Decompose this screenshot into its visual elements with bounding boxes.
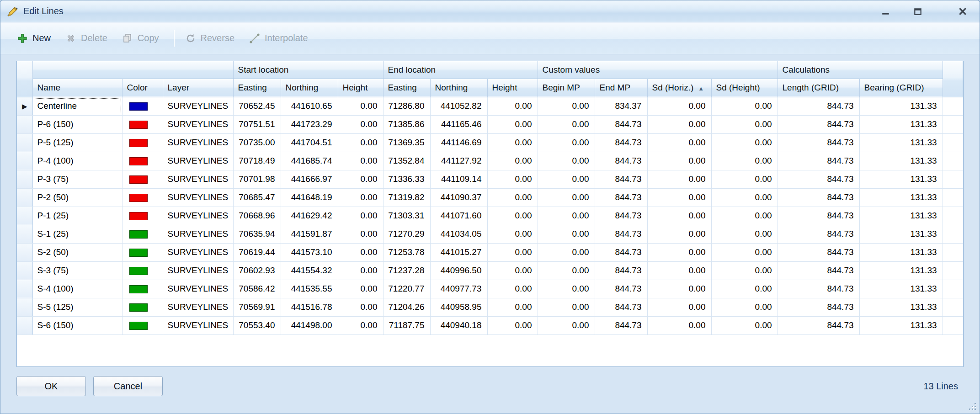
- cell-start-height[interactable]: 0.00: [338, 298, 383, 316]
- cell-start-easting[interactable]: 70718.49: [233, 152, 281, 170]
- cell-end-easting[interactable]: 71270.29: [383, 225, 430, 243]
- color-cell[interactable]: [122, 316, 163, 334]
- cell-sd-height[interactable]: 0.00: [711, 261, 778, 280]
- color-cell[interactable]: [122, 298, 163, 316]
- cell-length-grid[interactable]: 844.73: [778, 298, 859, 316]
- maximize-button[interactable]: [909, 4, 927, 19]
- cell-begin-mp[interactable]: 0.00: [538, 97, 595, 115]
- layer-cell[interactable]: SURVEYLINES: [163, 115, 233, 133]
- cell-sd-horiz[interactable]: 0.00: [647, 316, 711, 334]
- cell-start-northing[interactable]: 441629.42: [281, 207, 338, 225]
- cell-sd-horiz[interactable]: 0.00: [647, 152, 711, 170]
- column-header-length-grid[interactable]: Length (GRID): [778, 79, 859, 97]
- cell-begin-mp[interactable]: 0.00: [538, 243, 595, 261]
- cell-sd-horiz[interactable]: 0.00: [647, 225, 711, 243]
- row-indicator-cell[interactable]: [17, 207, 32, 225]
- cell-bearing-grid[interactable]: 131.33: [859, 115, 943, 133]
- name-cell[interactable]: P-2 (50): [32, 188, 122, 207]
- cell-end-height[interactable]: 0.00: [487, 207, 538, 225]
- cell-end-easting[interactable]: 71319.82: [383, 188, 430, 207]
- cell-sd-height[interactable]: 0.00: [711, 115, 778, 133]
- cell-start-height[interactable]: 0.00: [338, 243, 383, 261]
- cell-end-mp[interactable]: 844.73: [595, 298, 647, 316]
- cancel-button[interactable]: Cancel: [93, 376, 163, 396]
- cell-start-northing[interactable]: 441554.32: [281, 261, 338, 280]
- name-cell[interactable]: S-2 (50): [32, 243, 122, 261]
- cell-length-grid[interactable]: 844.73: [778, 97, 859, 115]
- row-indicator-cell[interactable]: [17, 115, 32, 133]
- column-header-start-height[interactable]: Height: [338, 79, 383, 97]
- cell-start-height[interactable]: 0.00: [338, 133, 383, 152]
- cell-length-grid[interactable]: 844.73: [778, 133, 859, 152]
- cell-start-easting[interactable]: 70701.98: [233, 170, 281, 188]
- layer-cell[interactable]: SURVEYLINES: [163, 280, 233, 298]
- cell-length-grid[interactable]: 844.73: [778, 207, 859, 225]
- cell-bearing-grid[interactable]: 131.33: [859, 280, 943, 298]
- column-header-sd-height[interactable]: Sd (Height): [711, 79, 778, 97]
- cell-sd-height[interactable]: 0.00: [711, 316, 778, 334]
- color-cell[interactable]: [122, 188, 163, 207]
- layer-cell[interactable]: SURVEYLINES: [163, 133, 233, 152]
- cell-end-northing[interactable]: 441015.27: [430, 243, 487, 261]
- cell-start-easting[interactable]: 70668.96: [233, 207, 281, 225]
- cell-end-height[interactable]: 0.00: [487, 152, 538, 170]
- cell-begin-mp[interactable]: 0.00: [538, 316, 595, 334]
- cell-sd-height[interactable]: 0.00: [711, 298, 778, 316]
- cell-bearing-grid[interactable]: 131.33: [859, 170, 943, 188]
- cell-sd-horiz[interactable]: 0.00: [647, 261, 711, 280]
- cell-bearing-grid[interactable]: 131.33: [859, 133, 943, 152]
- cell-begin-mp[interactable]: 0.00: [538, 225, 595, 243]
- column-header-end-height[interactable]: Height: [487, 79, 538, 97]
- cell-length-grid[interactable]: 844.73: [778, 188, 859, 207]
- cell-start-easting[interactable]: 70553.40: [233, 316, 281, 334]
- color-cell[interactable]: [122, 261, 163, 280]
- column-header-start-easting[interactable]: Easting: [233, 79, 281, 97]
- cell-start-northing[interactable]: 441516.78: [281, 298, 338, 316]
- minimize-button[interactable]: [877, 4, 895, 19]
- name-cell[interactable]: S-1 (25): [32, 225, 122, 243]
- row-indicator-cell[interactable]: ▶: [17, 97, 32, 115]
- row-indicator-cell[interactable]: [17, 188, 32, 207]
- cell-end-mp[interactable]: 844.73: [595, 133, 647, 152]
- cell-end-easting[interactable]: 71187.75: [383, 316, 430, 334]
- cell-sd-height[interactable]: 0.00: [711, 188, 778, 207]
- cell-start-height[interactable]: 0.00: [338, 316, 383, 334]
- cell-start-northing[interactable]: 441610.65: [281, 97, 338, 115]
- cell-end-mp[interactable]: 844.73: [595, 170, 647, 188]
- cell-sd-horiz[interactable]: 0.00: [647, 97, 711, 115]
- name-cell[interactable]: P-6 (150): [32, 115, 122, 133]
- row-indicator-cell[interactable]: [17, 243, 32, 261]
- name-cell[interactable]: Centerline: [32, 97, 122, 115]
- cell-length-grid[interactable]: 844.73: [778, 170, 859, 188]
- cell-sd-height[interactable]: 0.00: [711, 133, 778, 152]
- cell-bearing-grid[interactable]: 131.33: [859, 261, 943, 280]
- cell-end-northing[interactable]: 441127.92: [430, 152, 487, 170]
- cell-end-easting[interactable]: 71253.78: [383, 243, 430, 261]
- cell-end-mp[interactable]: 844.73: [595, 207, 647, 225]
- cell-end-mp[interactable]: 844.73: [595, 188, 647, 207]
- layer-cell[interactable]: SURVEYLINES: [163, 170, 233, 188]
- cell-end-height[interactable]: 0.00: [487, 133, 538, 152]
- cell-sd-horiz[interactable]: 0.00: [647, 207, 711, 225]
- column-header-name[interactable]: Name: [32, 79, 122, 97]
- new-button[interactable]: New: [11, 29, 56, 48]
- cell-begin-mp[interactable]: 0.00: [538, 188, 595, 207]
- layer-cell[interactable]: SURVEYLINES: [163, 316, 233, 334]
- cell-end-easting[interactable]: 71286.80: [383, 97, 430, 115]
- cell-begin-mp[interactable]: 0.00: [538, 261, 595, 280]
- cell-end-height[interactable]: 0.00: [487, 225, 538, 243]
- cell-end-northing[interactable]: 441034.05: [430, 225, 487, 243]
- column-header-end-northing[interactable]: Northing: [430, 79, 487, 97]
- column-header-bearing-grid[interactable]: Bearing (GRID): [859, 79, 943, 97]
- color-cell[interactable]: [122, 225, 163, 243]
- cell-sd-height[interactable]: 0.00: [711, 97, 778, 115]
- cell-start-easting[interactable]: 70586.42: [233, 280, 281, 298]
- cell-begin-mp[interactable]: 0.00: [538, 207, 595, 225]
- layer-cell[interactable]: SURVEYLINES: [163, 97, 233, 115]
- cell-sd-horiz[interactable]: 0.00: [647, 170, 711, 188]
- cell-sd-height[interactable]: 0.00: [711, 243, 778, 261]
- cell-end-mp[interactable]: 844.73: [595, 243, 647, 261]
- cell-end-mp[interactable]: 844.73: [595, 152, 647, 170]
- cell-end-northing[interactable]: 441071.60: [430, 207, 487, 225]
- cell-start-northing[interactable]: 441666.97: [281, 170, 338, 188]
